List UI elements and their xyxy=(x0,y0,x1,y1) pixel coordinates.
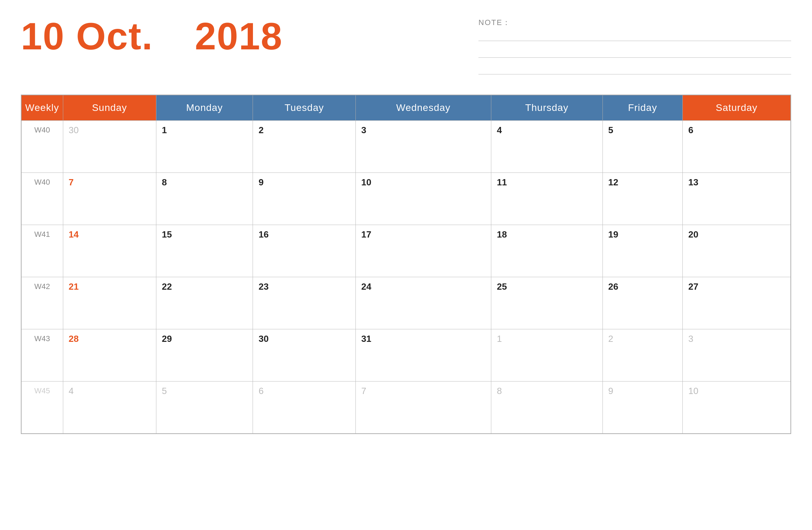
week-label: W40 xyxy=(21,173,63,225)
day-cell: 9 xyxy=(602,382,683,434)
calendar-row: W4114151617181920 xyxy=(21,225,791,277)
day-cell: 21 xyxy=(63,277,156,329)
day-cell: 19 xyxy=(602,225,683,277)
day-number: 15 xyxy=(162,229,172,240)
day-cell: 31 xyxy=(355,329,491,382)
day-number: 8 xyxy=(497,386,502,396)
day-number: 10 xyxy=(361,177,371,187)
day-number: 26 xyxy=(608,281,618,292)
day-cell: 24 xyxy=(355,277,491,329)
day-number: 2 xyxy=(608,334,613,344)
page-header: 10 Oct. 2018 NOTE： xyxy=(21,14,791,81)
day-number: 6 xyxy=(259,386,263,396)
day-number: 27 xyxy=(688,281,698,292)
day-cell: 2 xyxy=(602,329,683,382)
day-cell: 1 xyxy=(491,329,602,382)
day-number: 31 xyxy=(361,334,371,344)
day-cell: 26 xyxy=(602,277,683,329)
week-label: W43 xyxy=(21,329,63,382)
day-cell: 18 xyxy=(491,225,602,277)
day-cell: 8 xyxy=(156,173,253,225)
week-label: W41 xyxy=(21,225,63,277)
note-line-3 xyxy=(478,64,791,74)
day-cell: 16 xyxy=(253,225,356,277)
day-number: 30 xyxy=(69,125,79,135)
day-cell: 6 xyxy=(683,121,791,173)
day-number: 18 xyxy=(497,229,507,240)
note-line-1 xyxy=(478,31,791,41)
calendar-row: W4221222324252627 xyxy=(21,277,791,329)
month-title: 10 Oct. xyxy=(21,14,153,58)
day-number: 24 xyxy=(361,281,371,292)
day-number: 8 xyxy=(162,177,167,187)
week-label: W42 xyxy=(21,277,63,329)
day-cell: 14 xyxy=(63,225,156,277)
col-header-tuesday: Tuesday xyxy=(253,95,356,121)
day-number: 30 xyxy=(259,334,269,344)
day-cell: 3 xyxy=(355,121,491,173)
day-number: 22 xyxy=(162,281,172,292)
day-cell: 6 xyxy=(253,382,356,434)
week-label: W40 xyxy=(21,121,63,173)
note-section: NOTE： xyxy=(478,14,791,81)
day-cell: 10 xyxy=(355,173,491,225)
day-number: 5 xyxy=(608,125,613,135)
note-line-2 xyxy=(478,47,791,58)
day-number: 20 xyxy=(688,229,698,240)
day-cell: 2 xyxy=(253,121,356,173)
day-cell: 12 xyxy=(602,173,683,225)
calendar-row: W4545678910 xyxy=(21,382,791,434)
day-cell: 23 xyxy=(253,277,356,329)
calendar-row: W4328293031123 xyxy=(21,329,791,382)
day-number: 4 xyxy=(69,386,74,396)
day-number: 1 xyxy=(497,334,502,344)
day-number: 7 xyxy=(361,386,366,396)
day-number: 4 xyxy=(497,125,502,135)
day-number: 9 xyxy=(259,177,263,187)
day-cell: 13 xyxy=(683,173,791,225)
day-cell: 5 xyxy=(602,121,683,173)
col-header-thursday: Thursday xyxy=(491,95,602,121)
col-header-sunday: Sunday xyxy=(63,95,156,121)
col-header-weekly: Weekly xyxy=(21,95,63,121)
day-number: 11 xyxy=(497,177,507,187)
day-cell: 27 xyxy=(683,277,791,329)
day-cell: 7 xyxy=(355,382,491,434)
day-number: 6 xyxy=(688,125,693,135)
day-number: 28 xyxy=(69,334,79,344)
day-cell: 1 xyxy=(156,121,253,173)
day-cell: 11 xyxy=(491,173,602,225)
day-number: 19 xyxy=(608,229,618,240)
day-number: 17 xyxy=(361,229,371,240)
day-cell: 15 xyxy=(156,225,253,277)
day-cell: 8 xyxy=(491,382,602,434)
day-cell: 30 xyxy=(253,329,356,382)
day-number: 14 xyxy=(69,229,79,240)
day-cell: 4 xyxy=(491,121,602,173)
col-header-saturday: Saturday xyxy=(683,95,791,121)
title-section: 10 Oct. 2018 xyxy=(21,14,283,58)
note-label: NOTE： xyxy=(478,17,791,28)
day-cell: 30 xyxy=(63,121,156,173)
day-number: 3 xyxy=(688,334,693,344)
day-number: 1 xyxy=(162,125,167,135)
day-cell: 22 xyxy=(156,277,253,329)
day-cell: 3 xyxy=(683,329,791,382)
day-number: 9 xyxy=(608,386,613,396)
day-number: 5 xyxy=(162,386,167,396)
day-number: 13 xyxy=(688,177,698,187)
year-title: 2018 xyxy=(195,14,283,58)
day-cell: 4 xyxy=(63,382,156,434)
day-cell: 29 xyxy=(156,329,253,382)
day-cell: 20 xyxy=(683,225,791,277)
day-cell: 9 xyxy=(253,173,356,225)
day-number: 7 xyxy=(69,177,74,187)
col-header-wednesday: Wednesday xyxy=(355,95,491,121)
calendar-row: W4078910111213 xyxy=(21,173,791,225)
calendar-row: W4030123456 xyxy=(21,121,791,173)
day-cell: 25 xyxy=(491,277,602,329)
day-cell: 7 xyxy=(63,173,156,225)
day-number: 25 xyxy=(497,281,507,292)
day-number: 29 xyxy=(162,334,172,344)
day-cell: 10 xyxy=(683,382,791,434)
